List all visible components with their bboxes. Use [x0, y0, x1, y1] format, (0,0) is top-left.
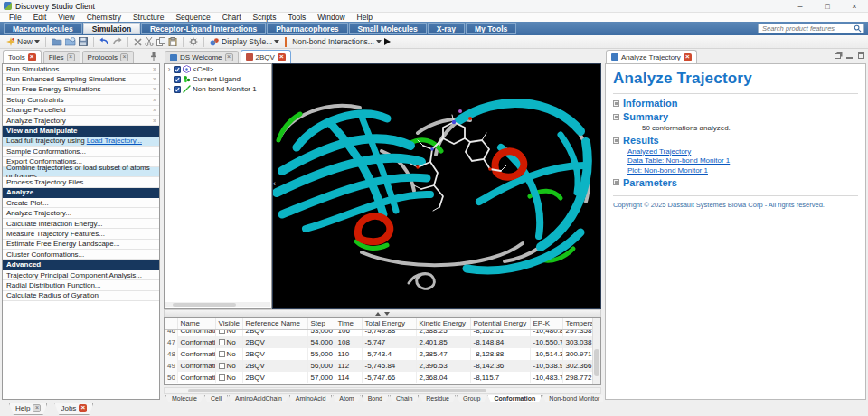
run-icon[interactable]: [384, 38, 391, 45]
visible-checkbox[interactable]: [219, 339, 225, 345]
open-icon[interactable]: [52, 37, 62, 46]
visible-checkbox[interactable]: [219, 374, 225, 381]
tab-close-icon[interactable]: ×: [278, 53, 286, 61]
column-header-potential-energy[interactable]: Potential Energy: [470, 318, 530, 329]
menu-chemistry[interactable]: Chemistry: [81, 13, 127, 22]
column-header-name[interactable]: Name: [177, 318, 215, 329]
report-link-data-table-non-bond-monitor-1[interactable]: Data Table: Non-bond Monitor 1: [627, 156, 858, 165]
viewport-table-splitter[interactable]: [164, 309, 601, 317]
viewport-collapse-handle[interactable]: ‹: [273, 180, 276, 188]
pin-icon[interactable]: [150, 52, 157, 61]
save-icon[interactable]: [79, 37, 88, 46]
minimize-button[interactable]: –: [787, 0, 814, 13]
tree-node-cell[interactable]: ›<Cell>: [165, 64, 271, 74]
menu-tools[interactable]: Tools: [282, 13, 311, 22]
report-link-plot-non-bond-monitor-1[interactable]: Plot: Non-bond Monitor 1: [627, 166, 858, 175]
table-horizontal-scrollbar[interactable]: [164, 387, 601, 394]
column-header-time[interactable]: Time: [335, 318, 362, 329]
report-link-analyzed-trajectory[interactable]: Analyzed Trajectory: [627, 147, 858, 156]
new-button[interactable]: New: [6, 37, 40, 46]
panel-tab-tools[interactable]: Tools×: [3, 50, 42, 63]
table-row[interactable]: 46ConformationNo2BQV53,000106-5,749.882,…: [165, 330, 592, 336]
expand-box-icon[interactable]: [613, 137, 619, 144]
search-box[interactable]: [758, 24, 864, 33]
tab-close-icon[interactable]: ×: [120, 53, 128, 61]
menu-sequence[interactable]: Sequence: [170, 13, 215, 22]
tree-horizontal-scrollbar[interactable]: [165, 302, 270, 307]
redo-icon[interactable]: [112, 37, 122, 46]
menu-chart[interactable]: Chart: [217, 13, 247, 22]
menu-edit[interactable]: Edit: [28, 13, 52, 22]
table-row[interactable]: 49ConformationNo2BQV56,000112-5,745.842,…: [165, 360, 592, 372]
cut-icon[interactable]: [145, 37, 154, 46]
ribbon-tab-pharmacophores[interactable]: Pharmacophores: [267, 23, 347, 34]
tree-expander-icon[interactable]: ›: [166, 65, 172, 73]
tools-item-calculate-interaction-energy[interactable]: Calculate Interaction Energy...: [3, 219, 159, 229]
molecule-viewport[interactable]: ‹: [272, 63, 601, 309]
tree-expander-icon[interactable]: ›: [166, 85, 172, 93]
table-row[interactable]: 50ConformationNo2BQV57,000114-5,747.662,…: [165, 372, 592, 383]
column-header-ep-k[interactable]: EP-K: [530, 318, 562, 329]
menu-view[interactable]: View: [52, 13, 80, 22]
tools-item-run-simulations[interactable]: Run Simulations»: [3, 64, 159, 74]
visible-checkbox[interactable]: [219, 363, 225, 369]
status-tab-help[interactable]: Help×: [9, 403, 47, 415]
tools-item-analyze-trajectory[interactable]: Analyze Trajectory»: [3, 116, 159, 126]
menu-file[interactable]: File: [4, 13, 27, 22]
nonbond-interactions-caret[interactable]: [376, 40, 382, 43]
panel-minimize-icon[interactable]: [846, 57, 853, 59]
tab-close-icon[interactable]: ×: [684, 53, 692, 61]
delete-icon[interactable]: [134, 38, 142, 46]
maximize-button[interactable]: □: [814, 0, 841, 13]
menu-window[interactable]: Window: [312, 13, 350, 22]
ribbon-tab-x-ray[interactable]: X-ray: [428, 23, 465, 34]
expand-box-icon[interactable]: [613, 179, 619, 185]
document-tab-ds-welcome[interactable]: DS Welcome×: [165, 51, 239, 63]
tab-close-icon[interactable]: ×: [79, 404, 87, 412]
tools-item-sample-conformations[interactable]: Sample Conformations...: [3, 147, 159, 156]
tab-close-icon[interactable]: ×: [67, 53, 75, 61]
tools-item-estimate-free-energy-landscape[interactable]: Estimate Free Energy Landscape...: [3, 240, 159, 250]
nonbond-interactions-button[interactable]: Non-bond Interactions...: [292, 37, 382, 46]
table-row[interactable]: 47ConformationNo2BQV54,000108-5,7472,401…: [165, 336, 592, 348]
tree-node-current-ligand[interactable]: Current Ligand: [165, 74, 271, 84]
menu-structure[interactable]: Structure: [127, 13, 170, 22]
table-vertical-scrollbar[interactable]: [592, 318, 600, 384]
tab-close-icon[interactable]: ×: [33, 404, 41, 412]
tab-close-icon[interactable]: ×: [28, 53, 36, 61]
undo-icon[interactable]: [99, 37, 109, 46]
tools-item-trajectory-principal-component-analysis[interactable]: Trajectory Principal Component Analysis.…: [3, 270, 159, 280]
tools-item-calculate-radius-of-gyration[interactable]: Calculate Radius of Gyration: [3, 291, 159, 301]
tools-item-measure-trajectory-features[interactable]: Measure Trajectory Features...: [3, 229, 159, 239]
tools-item-run-enhanced-sampling-simulations[interactable]: Run Enhanced Sampling Simulations»: [3, 74, 159, 84]
new-dropdown-caret[interactable]: [34, 40, 40, 43]
search-icon[interactable]: [854, 24, 862, 33]
status-tab-jobs[interactable]: Jobs×: [54, 403, 93, 415]
document-tab-2bqv[interactable]: 2BQV×: [241, 50, 291, 63]
tools-item-change-forcefield[interactable]: Change Forcefield»: [3, 106, 159, 116]
settings-gear-icon[interactable]: [189, 37, 198, 46]
column-header-visible[interactable]: Visible: [215, 318, 242, 329]
display-style-caret[interactable]: [274, 40, 279, 43]
table-row[interactable]: 48ConformationNo2BQV55,000110-5,743.42,3…: [165, 348, 592, 360]
expand-box-icon[interactable]: [613, 114, 619, 120]
report-tab-analyze-trajectory[interactable]: Analyze Trajectory×: [606, 50, 697, 63]
search-input[interactable]: [762, 24, 854, 33]
tree-checkbox[interactable]: [174, 76, 181, 83]
visible-checkbox[interactable]: [219, 330, 225, 334]
tools-item-analyze-trajectory[interactable]: Analyze Trajectory...: [3, 208, 159, 218]
tools-link-load-trajectory[interactable]: Load Trajectory...: [87, 137, 142, 145]
panel-tab-files[interactable]: Files×: [43, 51, 80, 63]
display-style-button[interactable]: Display Style...: [210, 37, 279, 46]
copy-icon[interactable]: [156, 37, 165, 46]
ribbon-tab-small-molecules[interactable]: Small Molecules: [349, 23, 427, 34]
ribbon-tab-receptor-ligand-interactions[interactable]: Receptor-Ligand Interactions: [141, 23, 266, 34]
open-url-icon[interactable]: [65, 37, 76, 46]
ribbon-tab-simulation[interactable]: Simulation: [83, 23, 140, 34]
tree-checkbox[interactable]: [174, 86, 181, 93]
expand-box-icon[interactable]: [613, 100, 619, 107]
paste-icon[interactable]: [168, 37, 177, 46]
tree-node-non-bond-monitor-1[interactable]: ›Non-bond Monitor 1: [165, 84, 271, 94]
ribbon-tab-macromolecules[interactable]: Macromolecules: [4, 23, 82, 34]
column-header-reference-name[interactable]: Reference Name: [242, 318, 307, 329]
